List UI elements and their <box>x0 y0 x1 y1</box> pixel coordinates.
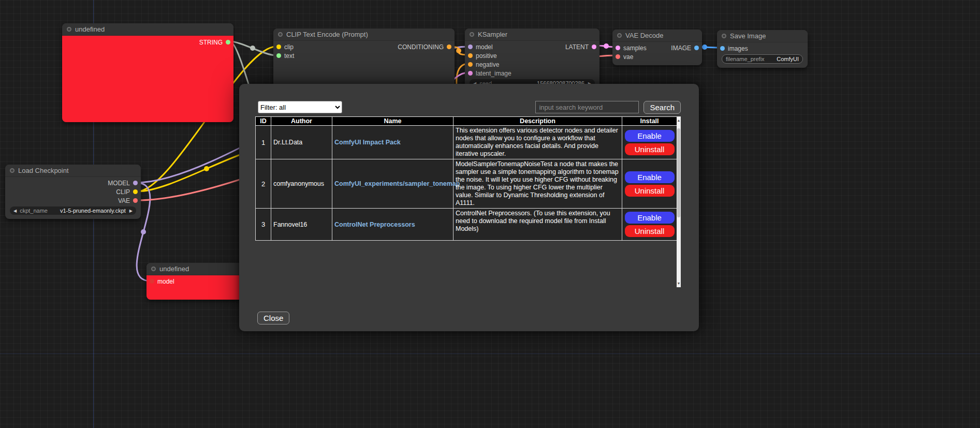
output-slot-string[interactable] <box>226 40 230 45</box>
node-collapse-dot-icon[interactable] <box>470 32 474 37</box>
cell-description: ControlNet Preprocessors. (To use this e… <box>454 209 622 241</box>
column-header-description: Description <box>454 117 622 126</box>
extension-link[interactable]: ComfyUI Impact Pack <box>334 139 401 146</box>
table-row: 1 Dr.Lt.Data ComfyUI Impact Pack This ex… <box>256 126 677 159</box>
filter-select[interactable]: Filter: all <box>258 101 342 113</box>
output-slot-latent[interactable] <box>592 45 596 49</box>
node-title: KSampler <box>478 31 507 38</box>
node-collapse-dot-icon[interactable] <box>617 33 622 38</box>
search-input[interactable] <box>535 101 639 113</box>
node-collapse-dot-icon[interactable] <box>10 168 14 173</box>
increment-arrow-icon[interactable]: ▶ <box>129 209 133 213</box>
node-title: CLIP Text Encode (Prompt) <box>286 31 368 38</box>
node-header[interactable]: undefined <box>62 23 233 36</box>
node-header[interactable]: CLIP Text Encode (Prompt) <box>273 28 455 41</box>
search-button[interactable]: Search <box>643 101 681 114</box>
extension-link[interactable]: ControlNet Preprocessors <box>334 221 415 228</box>
cell-author: Dr.Lt.Data <box>271 126 332 159</box>
input-slot-model[interactable] <box>468 45 473 49</box>
node-save-image[interactable]: Save Image images filename_prefix ComfyU… <box>717 30 808 68</box>
input-slot-negative[interactable] <box>468 62 473 67</box>
link-midpoint-dot <box>604 43 609 49</box>
node-header[interactable]: VAE Decode <box>612 29 702 42</box>
column-header-name: Name <box>332 117 454 126</box>
table-scrollbar[interactable]: ▲ ▼ <box>677 116 681 287</box>
enable-button[interactable]: Enable <box>625 212 675 224</box>
output-slot-conditioning[interactable] <box>447 45 451 49</box>
enable-button[interactable]: Enable <box>625 130 675 142</box>
extensions-table: ID Author Name Description Install 1 Dr.… <box>255 116 677 241</box>
cell-description: This extension offers various detector n… <box>454 126 622 159</box>
input-label: latent_image <box>476 70 511 77</box>
node-title: VAE Decode <box>625 32 663 39</box>
output-label: CLIP <box>116 188 130 196</box>
input-label: model <box>476 43 493 51</box>
input-slot-positive[interactable] <box>468 53 473 58</box>
ckpt-name-widget[interactable]: ◀ ckpt_name v1-5-pruned-emaonly.ckpt ▶ <box>10 206 136 215</box>
node-title: Load Checkpoint <box>18 167 69 174</box>
input-slot-latent-image[interactable] <box>468 71 473 76</box>
node-title: Save Image <box>730 32 766 40</box>
scrollbar-thumb[interactable] <box>677 128 680 217</box>
node-title: undefined <box>75 25 105 33</box>
node-collapse-dot-icon[interactable] <box>278 32 283 37</box>
scroll-up-icon[interactable]: ▲ <box>677 116 681 124</box>
input-label: positive <box>476 52 497 60</box>
scrollbar-track[interactable] <box>677 124 681 279</box>
node-header[interactable]: Save Image <box>717 30 808 42</box>
close-button[interactable]: Close <box>257 312 289 324</box>
cell-description: ModelSamplerTonemapNoiseTest a node that… <box>454 159 622 209</box>
output-slot-clip[interactable] <box>133 189 138 194</box>
node-undefined-top[interactable]: undefined STRING <box>62 23 233 122</box>
widget-label: filename_prefix <box>726 56 765 62</box>
node-header[interactable]: Load Checkpoint <box>5 165 141 177</box>
node-collapse-dot-icon[interactable] <box>151 267 156 271</box>
filename-prefix-widget[interactable]: filename_prefix ComfyUI <box>722 54 803 64</box>
link-midpoint-dot <box>204 166 209 171</box>
widget-value: ComfyUI <box>777 56 799 62</box>
output-label: STRING <box>199 39 223 46</box>
link-midpoint-dot <box>141 229 146 234</box>
output-slot-model[interactable] <box>133 181 138 185</box>
node-collapse-dot-icon[interactable] <box>67 27 71 32</box>
extension-link[interactable]: ComfyUI_experiments/sampler_tonemap <box>334 180 460 187</box>
output-slot-vae[interactable] <box>133 198 138 203</box>
table-row: 2 comfyanonymous ComfyUI_experiments/sam… <box>256 159 677 209</box>
node-title: undefined <box>159 265 189 273</box>
column-header-author: Author <box>271 117 332 126</box>
input-slot-text[interactable] <box>276 53 281 58</box>
custom-nodes-manager-dialog: Filter: all Search ID Author Name <box>239 84 699 331</box>
column-header-id: ID <box>256 117 271 126</box>
table-row: 3 Fannovel16 ControlNet Preprocessors Co… <box>256 209 677 241</box>
input-label: images <box>728 45 748 52</box>
cell-id: 2 <box>256 159 271 209</box>
link-midpoint-dot <box>456 48 461 53</box>
output-label: LATENT <box>565 43 589 51</box>
output-label: VAE <box>118 197 130 204</box>
input-slot-model[interactable] <box>150 279 154 284</box>
cell-id: 1 <box>256 126 271 159</box>
link-midpoint-dot <box>250 46 255 51</box>
table-header-row: ID Author Name Description Install <box>256 117 677 126</box>
input-slot-clip[interactable] <box>276 45 281 49</box>
widget-label: ckpt_name <box>20 208 48 214</box>
decrement-arrow-icon[interactable]: ◀ <box>13 209 17 213</box>
node-header[interactable]: KSampler <box>465 28 599 41</box>
column-header-install: Install <box>622 117 677 126</box>
input-label: text <box>284 52 294 60</box>
comfyui-canvas[interactable]: undefined STRING CLIP Text Encode (Promp… <box>0 0 980 428</box>
output-label: MODEL <box>108 180 130 187</box>
node-load-checkpoint[interactable]: Load Checkpoint MODEL CLIP VAE <box>5 165 141 219</box>
output-slot-image[interactable] <box>694 46 699 50</box>
input-slot-vae[interactable] <box>616 54 620 59</box>
uninstall-button[interactable]: Uninstall <box>625 225 675 237</box>
input-slot-images[interactable] <box>720 46 725 51</box>
node-collapse-dot-icon[interactable] <box>722 34 726 38</box>
enable-button[interactable]: Enable <box>625 171 675 183</box>
node-vae-decode[interactable]: VAE Decode samples IMAGE vae <box>612 29 702 65</box>
link-midpoint-dot <box>702 45 707 50</box>
uninstall-button[interactable]: Uninstall <box>625 143 675 155</box>
uninstall-button[interactable]: Uninstall <box>625 185 675 197</box>
scroll-down-icon[interactable]: ▼ <box>677 279 681 287</box>
input-slot-samples[interactable] <box>616 46 620 50</box>
